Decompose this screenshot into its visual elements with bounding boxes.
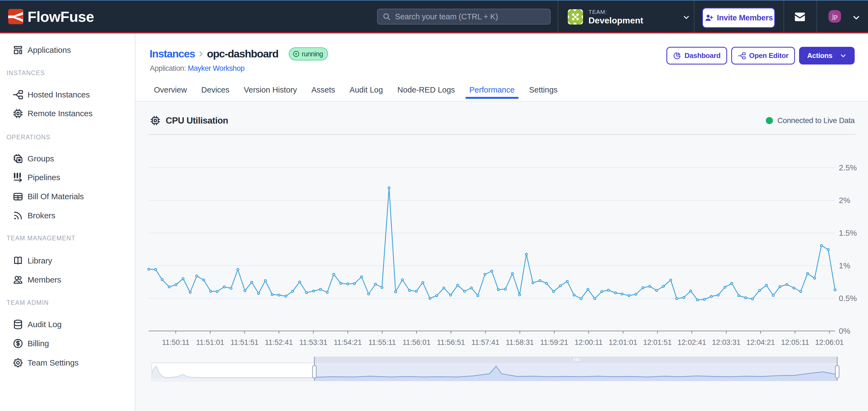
svg-text:11:59:21: 11:59:21 bbox=[540, 338, 568, 346]
svg-text:11:58:31: 11:58:31 bbox=[506, 338, 534, 346]
svg-text:1.5%: 1.5% bbox=[839, 229, 857, 237]
svg-text:0%: 0% bbox=[839, 327, 850, 335]
svg-text:12:06:01: 12:06:01 bbox=[815, 338, 844, 346]
svg-text:11:51:01: 11:51:01 bbox=[196, 338, 224, 346]
svg-text:11:56:51: 11:56:51 bbox=[437, 338, 465, 346]
svg-text:0.5%: 0.5% bbox=[839, 294, 857, 303]
svg-text:12:05:11: 12:05:11 bbox=[781, 338, 809, 346]
svg-text:2%: 2% bbox=[839, 196, 850, 205]
svg-text:1%: 1% bbox=[839, 261, 850, 270]
svg-text:11:50:11: 11:50:11 bbox=[162, 338, 189, 346]
svg-text:12:04:21: 12:04:21 bbox=[746, 338, 775, 346]
svg-text:12:00:11: 12:00:11 bbox=[575, 338, 602, 346]
svg-text:11:56:01: 11:56:01 bbox=[402, 338, 430, 346]
svg-text:11:55:11: 11:55:11 bbox=[368, 338, 396, 346]
svg-text:12:02:41: 12:02:41 bbox=[678, 338, 706, 346]
svg-text:11:54:21: 11:54:21 bbox=[334, 338, 362, 346]
svg-text:12:03:31: 12:03:31 bbox=[712, 338, 741, 346]
svg-text:11:53:31: 11:53:31 bbox=[300, 338, 328, 346]
svg-text:11:57:41: 11:57:41 bbox=[471, 338, 499, 346]
svg-text:11:51:51: 11:51:51 bbox=[230, 338, 258, 346]
svg-text:12:01:51: 12:01:51 bbox=[643, 338, 672, 346]
svg-text:11:52:41: 11:52:41 bbox=[265, 338, 293, 346]
svg-text:12:01:01: 12:01:01 bbox=[609, 338, 637, 346]
svg-text:2.5%: 2.5% bbox=[839, 163, 857, 172]
